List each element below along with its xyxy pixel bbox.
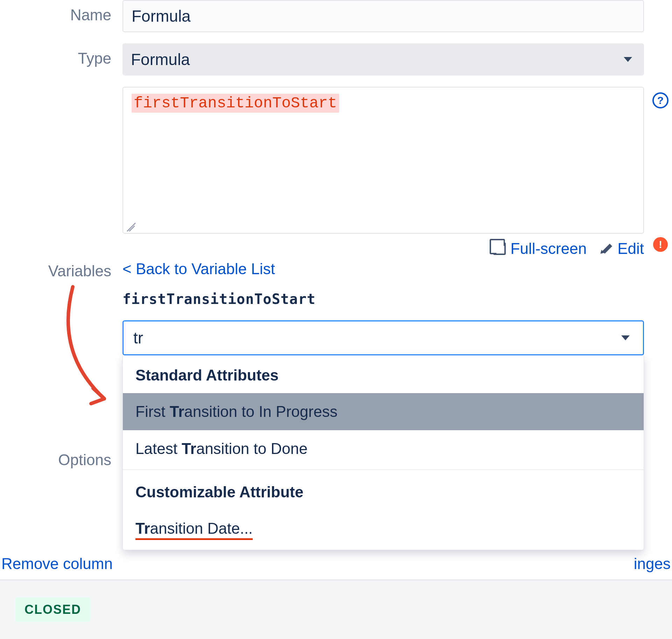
footer-bar: CLOSED <box>0 580 672 639</box>
formula-editor[interactable]: firstTransitionToStart <box>122 87 644 234</box>
dropdown-group-header: Customizable Attribute <box>123 472 644 510</box>
help-icon[interactable]: ? <box>652 92 668 108</box>
dropdown-item[interactable]: First Transition to In Progress <box>123 393 644 430</box>
type-select-value: Formula <box>131 50 190 69</box>
alert-icon[interactable]: ! <box>653 237 668 252</box>
dropdown-group-header: Standard Attributes <box>123 355 644 393</box>
dropdown-divider <box>123 469 644 470</box>
dropdown-item[interactable]: Latest Transition to Done <box>123 430 644 467</box>
variable-search-input[interactable]: tr <box>122 320 644 355</box>
name-input[interactable] <box>122 0 644 32</box>
resize-handle-icon[interactable] <box>126 220 136 230</box>
dropdown-panel: Standard Attributes First Transition to … <box>123 355 644 550</box>
status-badge-closed: CLOSED <box>15 597 90 622</box>
formula-token: firstTransitionToStart <box>132 94 339 113</box>
options-label: Options <box>0 451 122 469</box>
edit-button[interactable]: Edit <box>601 240 644 257</box>
fullscreen-icon <box>493 242 506 255</box>
changes-link-fragment[interactable]: inges <box>634 555 671 573</box>
remove-column-link[interactable]: Remove column <box>1 555 113 573</box>
chevron-down-icon <box>621 335 630 340</box>
variable-name: firstTransitionToStart <box>122 291 644 307</box>
type-select[interactable]: Formula <box>122 43 644 76</box>
variable-search-value: tr <box>133 328 143 347</box>
fullscreen-button[interactable]: Full-screen <box>493 240 587 257</box>
type-label: Type <box>0 43 122 67</box>
name-label: Name <box>0 0 122 24</box>
pencil-icon <box>601 243 612 255</box>
dropdown-item[interactable]: Transition Date... <box>123 510 644 550</box>
back-to-variable-list-link[interactable]: < Back to Variable List <box>122 260 275 277</box>
variables-label: Variables <box>0 260 122 280</box>
chevron-down-icon <box>624 57 632 62</box>
